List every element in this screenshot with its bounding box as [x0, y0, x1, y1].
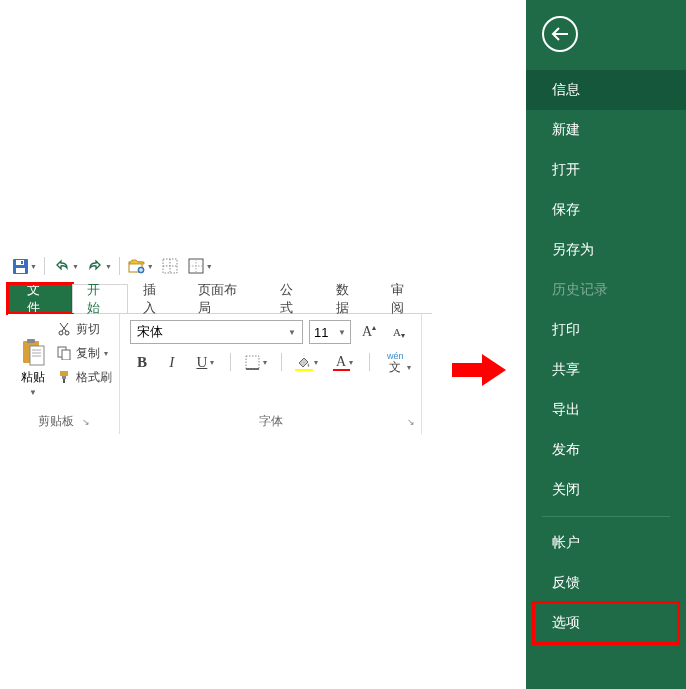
backstage-share[interactable]: 共享: [526, 350, 686, 390]
save-icon[interactable]: [8, 254, 32, 278]
underline-button[interactable]: U ▾: [190, 350, 222, 374]
save-dropdown-icon[interactable]: ▼: [30, 263, 39, 270]
redo-dropdown-icon[interactable]: ▼: [105, 263, 114, 270]
font-name-dropdown-icon: ▼: [288, 328, 296, 337]
paste-label: 粘贴: [21, 369, 45, 386]
svg-rect-23: [62, 350, 70, 360]
borders-none-icon[interactable]: [158, 254, 182, 278]
bold-button[interactable]: B: [130, 350, 154, 374]
tab-layout[interactable]: 页面布局: [183, 284, 265, 313]
bucket-icon: [296, 355, 311, 370]
copy-icon: [56, 345, 72, 361]
phonetic-dropdown-icon: ▾: [407, 364, 411, 372]
borders-dropdown-icon: ▾: [263, 358, 267, 367]
borders-button[interactable]: ▾: [240, 350, 272, 374]
border-grid-icon: [245, 355, 260, 370]
cut-label: 剪切: [76, 321, 100, 338]
copy-dropdown-icon[interactable]: ▾: [104, 349, 108, 358]
tab-home[interactable]: 开始: [72, 284, 128, 313]
open-icon[interactable]: [125, 254, 149, 278]
backstage-save[interactable]: 保存: [526, 190, 686, 230]
svg-rect-13: [27, 339, 35, 343]
fill-color-button[interactable]: ▾: [291, 350, 323, 374]
backstage-options[interactable]: 选项: [526, 603, 686, 643]
backstage-feedback[interactable]: 反馈: [526, 563, 686, 603]
backstage-divider: [542, 516, 670, 517]
cut-button[interactable]: 剪切: [56, 318, 112, 340]
backstage-print[interactable]: 打印: [526, 310, 686, 350]
font-color-dropdown-icon: ▾: [349, 358, 353, 367]
font-size-combo[interactable]: 11 ▼: [309, 320, 351, 344]
backstage-export[interactable]: 导出: [526, 390, 686, 430]
copy-button[interactable]: 复制 ▾: [56, 342, 112, 364]
svg-rect-24: [60, 371, 68, 376]
backstage-saveas[interactable]: 另存为: [526, 230, 686, 270]
backstage-publish[interactable]: 发布: [526, 430, 686, 470]
big-a-label: A: [362, 324, 372, 340]
phonetic-button[interactable]: wén 文 ▾: [379, 350, 411, 374]
borders-box-icon[interactable]: [184, 254, 208, 278]
font-color-button[interactable]: A ▾: [329, 350, 361, 374]
paste-icon: [20, 337, 46, 367]
redo-icon[interactable]: [83, 254, 107, 278]
format-painter-button[interactable]: 格式刷: [56, 366, 112, 388]
small-a-label: A: [393, 326, 401, 338]
scissors-icon: [56, 321, 72, 337]
fill-dropdown-icon: ▾: [314, 358, 318, 367]
tab-data[interactable]: 数据: [321, 284, 377, 313]
font-name-value: 宋体: [137, 323, 163, 341]
underline-dropdown-icon: ▾: [210, 358, 214, 367]
backstage-close[interactable]: 关闭: [526, 470, 686, 510]
tab-formula[interactable]: 公式: [265, 284, 321, 313]
font-size-value: 11: [314, 325, 328, 340]
backstage-new[interactable]: 新建: [526, 110, 686, 150]
undo-icon[interactable]: [50, 254, 74, 278]
undo-dropdown-icon[interactable]: ▼: [72, 263, 81, 270]
format-painter-label: 格式刷: [76, 369, 112, 386]
backstage-history: 历史记录: [526, 270, 686, 310]
italic-button[interactable]: I: [160, 350, 184, 374]
svg-point-19: [65, 331, 69, 335]
svg-rect-2: [16, 268, 25, 273]
svg-point-18: [59, 331, 63, 335]
clipboard-launcher-icon[interactable]: ↘: [82, 417, 90, 427]
brush-icon: [56, 369, 72, 385]
font-name-combo[interactable]: 宋体 ▼: [130, 320, 303, 344]
increase-font-button[interactable]: A▴: [357, 320, 381, 344]
svg-rect-3: [21, 261, 23, 264]
open-dropdown-icon[interactable]: ▼: [147, 263, 156, 270]
arrow-left-icon: [551, 26, 569, 42]
group-font: 宋体 ▼ 11 ▼ A▴ A▾ B I U ▾: [120, 314, 422, 434]
red-arrow-icon: [450, 350, 510, 390]
back-button[interactable]: [542, 16, 578, 52]
clipboard-group-label: 剪贴板: [38, 413, 74, 430]
backstage-panel: 信息 新建 打开 保存 另存为 历史记录 打印 共享 导出 发布 关闭 帐户 反…: [526, 0, 686, 689]
tab-review[interactable]: 审阅: [376, 284, 432, 313]
borders-dropdown-icon[interactable]: ▼: [206, 263, 215, 270]
tab-insert[interactable]: 插入: [128, 284, 184, 313]
svg-rect-26: [63, 379, 65, 383]
tab-file[interactable]: 文件: [8, 284, 72, 313]
copy-label: 复制: [76, 345, 100, 362]
group-clipboard: 粘贴 ▼ 剪切 复制 ▾: [8, 314, 120, 434]
paste-button[interactable]: 粘贴 ▼: [14, 318, 52, 411]
backstage-menu: 信息 新建 打开 保存 另存为 历史记录 打印 共享 导出 发布 关闭 帐户 反…: [526, 70, 686, 643]
font-group-label: 字体: [259, 413, 283, 430]
svg-rect-27: [246, 356, 259, 369]
svg-rect-25: [62, 376, 66, 379]
font-size-dropdown-icon: ▼: [338, 328, 346, 337]
backstage-info[interactable]: 信息: [526, 70, 686, 110]
font-launcher-icon[interactable]: ↘: [407, 417, 415, 427]
font-color-a: A: [336, 354, 346, 370]
ribbon: 粘贴 ▼ 剪切 复制 ▾: [8, 314, 432, 434]
backstage-open[interactable]: 打开: [526, 150, 686, 190]
decrease-font-button[interactable]: A▾: [387, 320, 411, 344]
quick-access-toolbar: ▼ ▼ ▼ ▼ ▼: [8, 252, 215, 280]
backstage-account[interactable]: 帐户: [526, 523, 686, 563]
paste-dropdown-icon[interactable]: ▼: [29, 388, 37, 397]
ribbon-tabs: 文件 开始 插入 页面布局 公式 数据 审阅: [8, 284, 432, 314]
